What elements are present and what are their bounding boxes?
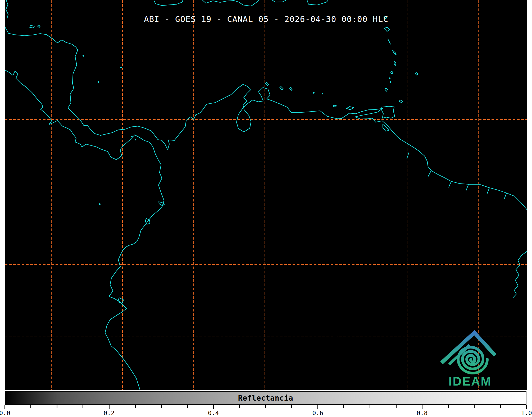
los-roques-islet bbox=[313, 92, 315, 94]
logo-wordmark: IDEAM bbox=[448, 374, 492, 388]
colorbar-minor-tick bbox=[239, 405, 240, 408]
colorbar-major-tick bbox=[317, 405, 318, 409]
tobago-island bbox=[399, 100, 403, 103]
roatan-island bbox=[30, 25, 34, 28]
la-tortuga-island bbox=[333, 105, 337, 107]
satellite-product-figure: IDEAM ABI - GOES 19 - CANAL 05 - 2026-04… bbox=[0, 0, 532, 417]
orinoco-delta-islet bbox=[383, 124, 389, 131]
colorbar-label: Reflectancia bbox=[238, 394, 293, 402]
guiana-river-2 bbox=[428, 171, 431, 177]
san-andres-island bbox=[98, 81, 99, 83]
colorbar-minor-tick bbox=[83, 405, 83, 408]
miskito-cay bbox=[83, 55, 84, 57]
colorbar-minor-tick bbox=[30, 405, 31, 408]
pearl-islands-1 bbox=[131, 136, 133, 137]
colorbar-minor-tick bbox=[370, 405, 370, 408]
colorbar-major-tick bbox=[4, 405, 5, 409]
colorbar-tick-label: 0.6 bbox=[312, 410, 323, 416]
barbados-island bbox=[415, 72, 418, 75]
colorbar-minor-tick bbox=[161, 405, 162, 408]
trinidad-island bbox=[382, 106, 395, 118]
colorbar-minor-tick bbox=[135, 405, 136, 408]
aruba-island bbox=[266, 82, 269, 85]
colorbar-major-tick bbox=[213, 405, 214, 409]
guiana-river-3 bbox=[449, 181, 451, 187]
colorbar-minor-tick bbox=[396, 405, 397, 408]
colorbar-tick-label: 1.0 bbox=[521, 410, 532, 416]
colorbar-tick-label: 0.0 bbox=[0, 410, 10, 416]
logo-spiral-icon bbox=[458, 347, 487, 373]
curacao-island bbox=[280, 86, 283, 90]
pacific-central-south-america-coast bbox=[5, 70, 164, 390]
la-orchila-islet bbox=[322, 93, 323, 94]
pearl-islands-2 bbox=[135, 139, 136, 140]
colorbar-major-tick bbox=[526, 405, 527, 409]
belize-yucatan-edge bbox=[6, 1, 8, 19]
coastlines bbox=[5, 0, 527, 390]
guiana-river-4 bbox=[466, 184, 469, 190]
grenadines-islet-2 bbox=[390, 81, 391, 83]
jamaica-south-coast bbox=[154, 0, 183, 6]
satellite-map: IDEAM ABI - GOES 19 - CANAL 05 - 2026-04… bbox=[5, 0, 527, 390]
colorbar-minor-tick bbox=[500, 405, 501, 408]
colorbar-tick-label: 0.8 bbox=[417, 410, 428, 416]
colorbar-minor-tick bbox=[57, 405, 57, 408]
margarita-island bbox=[347, 107, 354, 110]
reflectance-colorbar: Reflectancia bbox=[5, 391, 526, 405]
guiana-river-5 bbox=[487, 188, 489, 194]
colorbar-minor-tick bbox=[474, 405, 475, 408]
colorbar-major-tick bbox=[109, 405, 110, 409]
hispaniola-south-coast bbox=[203, 0, 259, 6]
colorbar-minor-tick bbox=[265, 405, 266, 408]
latlon-gridlines bbox=[5, 0, 527, 390]
providencia-island bbox=[120, 67, 122, 68]
map-canvas: IDEAM bbox=[5, 0, 527, 390]
puerto-rico-south-coast bbox=[307, 0, 328, 5]
malpelo-island bbox=[99, 203, 101, 205]
colorbar-tick-label: 0.2 bbox=[104, 410, 115, 416]
hispaniola-east-coast bbox=[272, 0, 286, 2]
grenadines-islet bbox=[389, 77, 390, 79]
colorbar-minor-tick bbox=[448, 405, 449, 408]
guadeloupe-island bbox=[384, 27, 389, 31]
product-title: ABI - GOES 19 - CANAL 05 - 2026-04-30 00… bbox=[144, 14, 388, 24]
st-vincent-island bbox=[391, 71, 393, 74]
guiana-river-6 bbox=[504, 193, 507, 199]
martinique-island bbox=[393, 50, 396, 55]
guanaja-island bbox=[38, 25, 40, 28]
colorbar-minor-tick bbox=[291, 405, 292, 408]
st-lucia-island bbox=[394, 61, 396, 66]
bonaire-island bbox=[290, 87, 292, 90]
grenada-island bbox=[385, 88, 388, 91]
amazon-mouth-coast bbox=[513, 251, 527, 297]
dominica-island bbox=[388, 39, 390, 44]
colorbar-major-tick bbox=[422, 405, 422, 409]
colorbar-minor-tick bbox=[187, 405, 188, 408]
colorbar-tick-label: 0.4 bbox=[208, 410, 219, 416]
ideam-logo: IDEAM bbox=[442, 333, 495, 388]
colorbar-minor-tick bbox=[343, 405, 344, 408]
